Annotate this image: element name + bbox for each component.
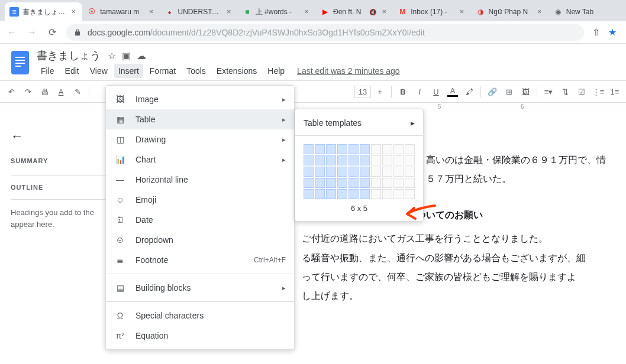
menu-insert[interactable]: Insert	[114, 64, 143, 78]
move-icon[interactable]: ▣	[122, 50, 131, 61]
bookmark-star-icon[interactable]: ★	[608, 27, 620, 38]
insert-equation[interactable]: π² Equation	[106, 326, 294, 346]
table-cell[interactable]	[337, 144, 347, 154]
close-icon[interactable]: ×	[302, 8, 311, 16]
menu-tools[interactable]: Tools	[182, 64, 210, 78]
table-cell[interactable]	[393, 167, 404, 177]
star-outline-icon[interactable]: ☆	[108, 50, 116, 61]
redo-button[interactable]: ↷	[20, 84, 36, 99]
menu-extensions[interactable]: Extensions	[212, 64, 261, 78]
menu-file[interactable]: File	[37, 64, 59, 78]
table-cell[interactable]	[382, 178, 392, 188]
table-cell[interactable]	[371, 178, 381, 188]
insert-special-characters[interactable]: Ω Special characters	[106, 306, 294, 326]
table-cell[interactable]	[371, 189, 381, 199]
close-icon[interactable]: ×	[147, 8, 156, 16]
table-cell[interactable]	[326, 167, 336, 177]
table-cell[interactable]	[337, 178, 347, 188]
insert-image[interactable]: 🖼 Image ▸	[106, 89, 294, 109]
table-cell[interactable]	[371, 155, 381, 165]
table-cell[interactable]	[304, 178, 314, 188]
table-cell[interactable]	[304, 167, 314, 177]
table-cell[interactable]	[337, 155, 347, 165]
insert-chart[interactable]: 📊 Chart ▸	[106, 150, 294, 170]
browser-tab[interactable]: ◑ Ngữ Pháp N ×	[471, 2, 548, 21]
close-icon[interactable]: ×	[458, 8, 466, 16]
table-cell[interactable]	[382, 144, 392, 154]
table-cell[interactable]	[326, 144, 336, 154]
browser-tab[interactable]: ■ 上 #words - ×	[238, 2, 315, 21]
close-icon[interactable]: ×	[535, 8, 544, 16]
last-edit-link[interactable]: Last edit was 2 minutes ago	[297, 66, 400, 76]
table-cell[interactable]	[304, 189, 314, 199]
table-cell[interactable]	[337, 167, 347, 177]
forward-button[interactable]: →	[26, 27, 38, 38]
fontsize-increase-button[interactable]: +	[372, 84, 388, 99]
menu-format[interactable]: Format	[146, 64, 180, 78]
browser-tab[interactable]: ◉ New Tab	[548, 2, 626, 21]
menu-view[interactable]: View	[86, 64, 112, 78]
fontsize-input[interactable]: 13	[354, 86, 371, 98]
table-cell[interactable]	[304, 155, 314, 165]
image-button[interactable]: 🖼	[518, 84, 533, 99]
table-cell[interactable]	[349, 155, 359, 165]
bold-button[interactable]: B	[395, 84, 411, 99]
insert-dropdown-item[interactable]: ⊝ Dropdown	[106, 230, 294, 250]
table-cell[interactable]	[349, 167, 359, 177]
table-cell[interactable]	[315, 155, 325, 165]
table-cell[interactable]	[360, 189, 370, 199]
browser-tab[interactable]: M Inbox (17) - ×	[393, 2, 470, 21]
undo-button[interactable]: ↶	[4, 84, 19, 99]
table-cell[interactable]	[405, 144, 415, 154]
table-cell[interactable]	[349, 189, 359, 199]
table-cell[interactable]	[349, 178, 359, 188]
table-cell[interactable]	[382, 189, 392, 199]
browser-tab[interactable]: ▶ Đen ft. N 🔇 ×	[315, 2, 393, 21]
numbered-list-button[interactable]: 1≡	[607, 84, 622, 99]
table-templates[interactable]: Table templates ▸	[295, 113, 423, 133]
table-cell[interactable]	[326, 178, 336, 188]
menu-edit[interactable]: Edit	[61, 64, 83, 78]
table-cell[interactable]	[382, 167, 392, 177]
align-button[interactable]: ≡▾	[541, 84, 556, 99]
docs-logo-icon[interactable]	[9, 48, 31, 77]
underline-button[interactable]: U	[428, 84, 444, 99]
link-button[interactable]: 🔗	[485, 84, 500, 99]
table-cell[interactable]	[360, 167, 370, 177]
table-cell[interactable]	[393, 189, 404, 199]
comment-button[interactable]: ⊞	[501, 84, 517, 99]
sidebar-back-button[interactable]: ←	[11, 129, 108, 144]
table-cell[interactable]	[349, 144, 359, 154]
insert-footnote[interactable]: ≣ Footnote Ctrl+Alt+F	[106, 250, 294, 270]
close-icon[interactable]: ×	[69, 8, 78, 16]
table-cell[interactable]	[315, 189, 325, 199]
table-cell[interactable]	[371, 144, 381, 154]
table-cell[interactable]	[405, 167, 415, 177]
insert-building-blocks[interactable]: ▤ Building blocks ▸	[106, 278, 294, 298]
print-button[interactable]: 🖶	[37, 84, 52, 99]
reload-button[interactable]: ⟳	[46, 27, 58, 38]
bulleted-list-button[interactable]: ⋮≡	[590, 84, 606, 99]
table-cell[interactable]	[393, 178, 404, 188]
table-cell[interactable]	[405, 155, 415, 165]
table-cell[interactable]	[405, 189, 415, 199]
table-cell[interactable]	[405, 178, 415, 188]
browser-tab[interactable]: ≡ 書きましょう - ×	[5, 2, 82, 21]
paint-format-button[interactable]: ✎	[70, 84, 85, 99]
italic-button[interactable]: I	[412, 84, 427, 99]
table-cell[interactable]	[315, 178, 325, 188]
menu-help[interactable]: Help	[263, 64, 289, 78]
close-icon[interactable]: ×	[380, 8, 388, 16]
table-cell[interactable]	[326, 155, 336, 165]
insert-emoji[interactable]: ☺ Emoji	[106, 190, 294, 210]
text-color-button[interactable]: A	[445, 84, 460, 99]
table-size-picker[interactable]: 6 x 5	[295, 138, 423, 217]
browser-tab[interactable]: ⦿ tamawaru m ×	[82, 2, 160, 21]
document-title[interactable]: 書きましょう	[37, 48, 101, 63]
table-cell[interactable]	[337, 189, 347, 199]
insert-horizontal-line[interactable]: — Horizontal line	[106, 170, 294, 190]
table-cell[interactable]	[304, 144, 314, 154]
table-cell[interactable]	[326, 189, 336, 199]
insert-table[interactable]: ▦ Table ▸	[106, 109, 294, 129]
table-cell[interactable]	[371, 167, 381, 177]
